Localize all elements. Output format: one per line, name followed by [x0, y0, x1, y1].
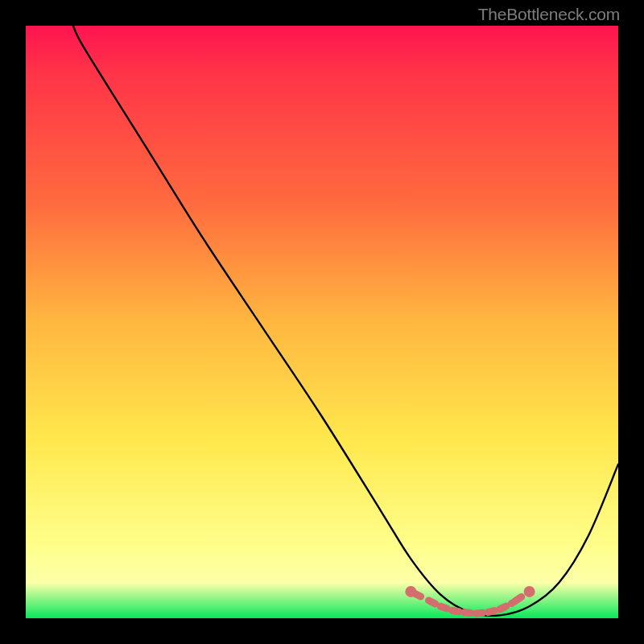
marker-dot — [473, 610, 480, 617]
marker-dot — [460, 609, 468, 616]
marker-segment — [514, 597, 522, 602]
marker-endcap — [405, 586, 416, 597]
curve-svg — [26, 26, 618, 618]
marker-dot — [437, 603, 444, 610]
marker-dot — [508, 600, 515, 607]
attribution-label: TheBottleneck.com — [478, 5, 620, 24]
marker-dot — [448, 607, 456, 614]
chart-frame: TheBottleneck.com — [0, 0, 644, 644]
marker-dot — [496, 605, 503, 613]
marker-endcap — [524, 586, 535, 597]
bottleneck-line — [73, 26, 618, 616]
plot-area — [26, 26, 618, 618]
marker-dot — [425, 597, 432, 604]
marker-dot — [485, 609, 492, 616]
